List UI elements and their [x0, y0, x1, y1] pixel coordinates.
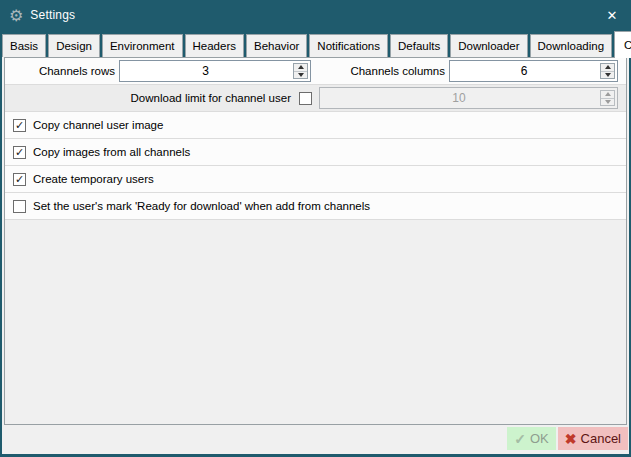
cancel-button-label: Cancel	[581, 431, 621, 446]
x-icon: ✖	[565, 431, 577, 447]
channels-rows-label: Channels rows	[5, 58, 115, 85]
tab-downloader[interactable]: Downloader	[450, 34, 527, 57]
footer-bar: ✓ OK ✖ Cancel	[2, 425, 629, 454]
checkbox-row: Set the user's mark 'Ready for download'…	[5, 193, 626, 220]
channels-rows-spin-buttons	[293, 63, 308, 79]
tab-basis[interactable]: Basis	[2, 34, 46, 57]
channels-columns-spinner	[449, 60, 618, 82]
download-limit-spinner	[319, 87, 618, 109]
channels-settings-panel: Channels rows Channels columns	[4, 57, 627, 425]
spin-down-button	[601, 99, 614, 106]
checkbox-label: Copy images from all channels	[33, 139, 190, 166]
ready-for-download-mark-checkbox[interactable]	[13, 200, 26, 213]
ok-button-label: OK	[530, 431, 549, 446]
channels-columns-input[interactable]	[451, 62, 597, 80]
empty-panel-area	[5, 220, 626, 424]
channels-rows-spinner	[119, 60, 311, 82]
up-arrow-icon	[605, 65, 611, 69]
grid-size-row: Channels rows Channels columns	[5, 58, 626, 85]
download-limit-checkbox[interactable]	[299, 92, 312, 105]
checkbox-label: Create temporary users	[33, 166, 154, 193]
close-button[interactable]: ✕	[599, 3, 625, 27]
spin-up-button	[601, 91, 614, 99]
down-arrow-icon	[605, 73, 611, 77]
tab-channels[interactable]: Channels	[614, 31, 631, 58]
down-arrow-icon	[298, 73, 304, 77]
tab-headers[interactable]: Headers	[185, 34, 244, 57]
spin-up-button[interactable]	[601, 64, 614, 72]
copy-channel-user-image-checkbox[interactable]: ✓	[13, 119, 26, 132]
spin-down-button[interactable]	[294, 72, 307, 79]
gear-icon: ⚙	[9, 6, 23, 25]
checkbox-row: ✓ Copy channel user image	[5, 112, 626, 139]
settings-window: ⚙ Settings ✕ Basis Design Environment He…	[0, 0, 631, 457]
channels-columns-spin-buttons	[600, 63, 615, 79]
cancel-button[interactable]: ✖ Cancel	[558, 427, 628, 450]
dialog-body: Channels rows Channels columns	[2, 57, 629, 454]
tab-downloading[interactable]: Downloading	[530, 34, 613, 57]
download-limit-row: Download limit for channel user	[5, 85, 626, 112]
tab-behavior[interactable]: Behavior	[246, 34, 307, 57]
window-title: Settings	[30, 8, 75, 22]
checkbox-row: ✓ Copy images from all channels	[5, 139, 626, 166]
spin-down-button[interactable]	[601, 72, 614, 79]
check-icon: ✓	[514, 431, 526, 447]
titlebar: ⚙ Settings ✕	[0, 0, 631, 30]
close-icon: ✕	[607, 8, 618, 23]
tab-bar: Basis Design Environment Headers Behavio…	[2, 30, 629, 57]
checkbox-row: ✓ Create temporary users	[5, 166, 626, 193]
channels-columns-label: Channels columns	[325, 58, 445, 85]
ok-button[interactable]: ✓ OK	[507, 427, 556, 450]
tab-defaults[interactable]: Defaults	[390, 34, 448, 57]
download-limit-spin-buttons	[600, 90, 615, 106]
download-limit-label: Download limit for channel user	[5, 85, 291, 112]
checkbox-label: Set the user's mark 'Ready for download'…	[33, 193, 370, 220]
spin-up-button[interactable]	[294, 64, 307, 72]
up-arrow-icon	[605, 92, 611, 96]
create-temporary-users-checkbox[interactable]: ✓	[13, 173, 26, 186]
tab-notifications[interactable]: Notifications	[309, 34, 388, 57]
copy-images-all-channels-checkbox[interactable]: ✓	[13, 146, 26, 159]
channels-rows-input[interactable]	[121, 62, 290, 80]
checkbox-label: Copy channel user image	[33, 112, 163, 139]
tab-design[interactable]: Design	[48, 34, 100, 57]
tab-environment[interactable]: Environment	[102, 34, 183, 57]
download-limit-input	[321, 89, 597, 107]
down-arrow-icon	[605, 100, 611, 104]
up-arrow-icon	[298, 65, 304, 69]
